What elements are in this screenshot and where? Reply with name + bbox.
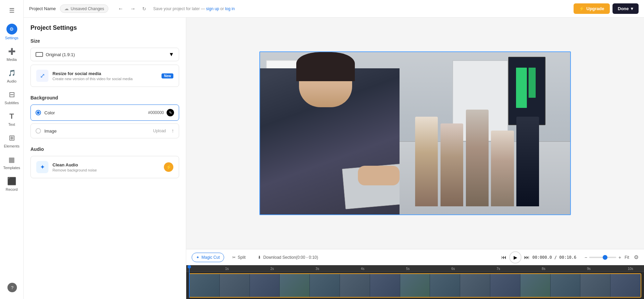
video-track-bar[interactable] [189,273,641,298]
templates-icon: ▦ [7,155,17,164]
download-section-button[interactable]: ⬇ Download Section(0:00 - 0:10) [254,253,322,262]
image-label: Image [44,129,150,134]
size-section: Size Original (1.9:1) ▼ ⤢ Resize for soc… [30,38,179,87]
timeline-settings-icon[interactable]: ⚙ [634,254,639,260]
sidebar-item-templates[interactable]: ▦ Templates [2,152,22,172]
fit-button[interactable]: Fit [625,255,629,260]
topbar-right: ⚡ Upgrade Done ▾ [574,3,639,14]
audio-section: Audio ✦ Clean Audio Remove background no… [30,146,179,178]
sidebar-label-record: Record [6,187,18,191]
ruler-1s: 1s [225,267,229,270]
hamburger-menu[interactable]: ☰ [5,3,19,18]
sidebar-item-media[interactable]: ➕ Media [2,44,22,64]
play-button[interactable]: ▶ [509,251,521,263]
upgrade-label: Upgrade [586,6,604,11]
magic-cut-icon: ✦ [196,255,199,260]
dropdown-chevron-icon: ▼ [169,51,174,58]
sidebar-item-record[interactable]: ⬛ Record [2,174,22,194]
color-swatch[interactable]: ✎ [167,109,174,116]
settings-icon: ⚙ [6,24,17,34]
ruler-4s: 4s [361,267,365,270]
time-separator: / [554,255,559,260]
done-label: Done [618,6,629,11]
ruler-7s: 7s [496,267,500,270]
timeline-ruler: 1s 2s 3s 4s 5s 6s 7s 8s 9s 10s [186,265,644,272]
help-button[interactable]: ? [7,283,17,292]
sidebar-label-elements: Elements [4,144,20,148]
record-icon: ⬛ [7,177,17,186]
resize-description: Create new version of this video for soc… [52,77,133,81]
size-label: Size [30,38,179,44]
color-label: Color [44,110,145,115]
magic-cut-button[interactable]: ✦ Magic Cut [192,253,224,262]
sidebar-item-text[interactable]: T Text [2,109,22,129]
sidebar-item-audio[interactable]: 🎵 Audio [2,66,22,86]
log-in-link[interactable]: log in [225,6,235,11]
zoom-slider[interactable] [589,257,616,258]
unsaved-label: Unsaved Changes [71,6,104,11]
done-button[interactable]: Done ▾ [613,3,639,14]
topbar: Project Name ☁ Unsaved Changes ← → ↻ Sav… [24,0,644,18]
track-frame-10 [460,274,490,297]
zoom-in-button[interactable]: + [618,255,621,260]
track-frame-3 [250,274,280,297]
chevron-down-icon: ▾ [631,6,633,11]
track-frame-9 [430,274,460,297]
track-frame-15 [610,274,641,297]
time-display: 00:000.0 / 00:10.6 [532,255,576,260]
split-button[interactable]: ✂ Split [228,253,250,262]
image-option[interactable]: Image Upload ↑ [30,123,179,138]
ruler-6s: 6s [451,267,455,270]
background-people [400,68,555,206]
track-frame-6 [340,274,370,297]
clean-audio-card[interactable]: ✦ Clean Audio Remove background noise ⚡ [30,156,179,178]
content-area: Project Settings Size Original (1.9:1) ▼… [24,18,644,299]
sign-up-link[interactable]: sign up [206,6,219,11]
scissors-icon: ✂ [232,255,236,260]
sidebar-label-audio: Audio [7,79,16,83]
color-hex: #000000 [148,110,164,115]
ruler-3s: 3s [316,267,319,270]
video-frame [259,51,571,215]
playhead[interactable] [189,265,190,298]
elements-icon: ⊞ [7,133,17,143]
skip-back-button[interactable]: ⏮ [501,254,507,260]
sidebar-item-elements[interactable]: ⊞ Elements [2,131,22,151]
video-area: ✦ Magic Cut ✂ Split ⬇ Download Section(0… [186,18,644,299]
nav-arrows: ← → [115,3,138,14]
clean-audio-description: Remove background noise [52,168,97,172]
text-icon: T [7,112,17,121]
color-option[interactable]: Color #000000 ✎ [30,105,179,121]
upload-link[interactable]: Upload [153,129,166,133]
clean-audio-toggle[interactable]: ⚡ [164,162,173,172]
sidebar-label-text: Text [8,122,15,127]
background-section: Background Color #000000 ✎ [30,95,179,138]
refresh-icon[interactable]: ↻ [142,6,146,12]
sidebar-item-subtitles[interactable]: ⊟ Subtitles [2,87,22,108]
sidebar-label-templates: Templates [3,166,20,170]
track-frame-2 [220,274,250,297]
sidebar-item-settings[interactable]: ⚙ Settings [2,21,22,43]
ruler-2s: 2s [270,267,274,270]
split-label: Split [238,255,245,260]
skip-forward-button[interactable]: ⏭ [524,254,530,260]
playback-controls: ⏮ ▶ ⏭ 00:000.0 / 00:10.6 − + Fit ⚙ [501,251,639,263]
zoom-controls: − + Fit ⚙ [584,254,639,260]
zoom-out-button[interactable]: − [584,255,587,260]
time-total: 00:10.6 [559,255,577,260]
color-picker-icon: ✎ [169,111,172,115]
resize-card[interactable]: ⤢ Resize for social media Create new ver… [30,65,179,87]
download-section-label: Download Section(0:00 - 0:10) [263,255,318,260]
panel-title: Project Settings [30,24,179,31]
track-frame-8 [400,274,430,297]
undo-button[interactable]: ← [115,3,126,14]
audio-icon: 🎵 [7,68,17,78]
resize-title: Resize for social media [52,71,133,76]
timeline-controls: ✦ Magic Cut ✂ Split ⬇ Download Section(0… [186,249,644,265]
unsaved-badge: ☁ Unsaved Changes [60,4,109,13]
redo-button[interactable]: → [127,3,138,14]
upgrade-button[interactable]: ⚡ Upgrade [574,3,610,14]
size-dropdown[interactable]: Original (1.9:1) ▼ [30,48,179,61]
ruler-10s: 10s [628,267,633,270]
main-person [260,52,400,214]
